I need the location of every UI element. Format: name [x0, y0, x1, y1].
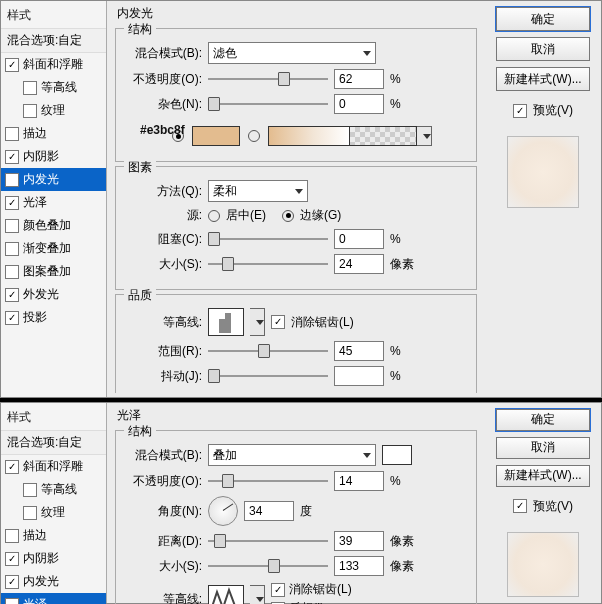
new-style-button[interactable]: 新建样式(W)...: [496, 465, 590, 487]
style-checkbox[interactable]: [23, 81, 37, 95]
color-swatch[interactable]: [192, 126, 240, 146]
style-checkbox[interactable]: [23, 104, 37, 118]
style-item-label: 描边: [23, 125, 47, 142]
blend-mode-select[interactable]: 滤色: [208, 42, 376, 64]
new-style-button[interactable]: 新建样式(W)...: [496, 67, 590, 91]
invert-label[interactable]: 反相(I): [289, 600, 324, 604]
style-item-2[interactable]: 纹理: [1, 99, 106, 122]
blend-options-item[interactable]: 混合选项:自定: [1, 430, 106, 455]
range-slider[interactable]: [208, 344, 328, 358]
style-checkbox[interactable]: ✓: [5, 288, 19, 302]
style-checkbox[interactable]: ✓: [5, 196, 19, 210]
distance-slider[interactable]: [208, 534, 328, 548]
style-checkbox[interactable]: ✓: [5, 311, 19, 325]
style-checkbox[interactable]: [5, 127, 19, 141]
cancel-button[interactable]: 取消: [496, 37, 590, 61]
style-checkbox[interactable]: [23, 506, 37, 520]
preview-label[interactable]: 预览(V): [533, 102, 573, 119]
color-swatch[interactable]: [382, 445, 412, 465]
style-item-1[interactable]: 等高线: [1, 478, 106, 501]
page-title: 光泽: [115, 405, 477, 426]
style-item-9[interactable]: 图案叠加: [1, 260, 106, 283]
size-input[interactable]: 133: [334, 556, 384, 576]
noise-slider[interactable]: [208, 97, 328, 111]
source-center-radio[interactable]: [208, 210, 220, 222]
source-edge-label[interactable]: 边缘(G): [300, 207, 341, 224]
style-checkbox[interactable]: ✓: [5, 58, 19, 72]
size-input[interactable]: 24: [334, 254, 384, 274]
style-item-10[interactable]: ✓外发光: [1, 283, 106, 306]
cancel-button[interactable]: 取消: [496, 437, 590, 459]
size-slider[interactable]: [208, 559, 328, 573]
style-item-6[interactable]: ✓光泽: [1, 593, 106, 604]
style-checkbox[interactable]: ✓: [5, 575, 19, 589]
preview-checkbox[interactable]: ✓: [513, 104, 527, 118]
opacity-input[interactable]: 14: [334, 471, 384, 491]
source-edge-radio[interactable]: [282, 210, 294, 222]
noise-input[interactable]: 0: [334, 94, 384, 114]
style-item-1[interactable]: 等高线: [1, 76, 106, 99]
range-input[interactable]: 45: [334, 341, 384, 361]
style-item-8[interactable]: 渐变叠加: [1, 237, 106, 260]
style-checkbox[interactable]: [5, 242, 19, 256]
gradient-checker[interactable]: [350, 126, 417, 146]
opacity-slider[interactable]: [208, 72, 328, 86]
anti-alias-checkbox[interactable]: ✓: [271, 315, 285, 329]
style-item-0[interactable]: ✓斜面和浮雕: [1, 455, 106, 478]
size-slider[interactable]: [208, 257, 328, 271]
technique-select[interactable]: 柔和: [208, 180, 308, 202]
distance-input[interactable]: 39: [334, 531, 384, 551]
styles-header: 样式: [1, 405, 106, 430]
anti-alias-checkbox[interactable]: ✓: [271, 583, 285, 597]
style-checkbox[interactable]: ✓: [5, 150, 19, 164]
style-item-0[interactable]: ✓斜面和浮雕: [1, 53, 106, 76]
style-checkbox[interactable]: ✓: [5, 598, 19, 605]
style-checkbox[interactable]: [23, 483, 37, 497]
choke-unit: %: [390, 232, 416, 246]
jitter-input[interactable]: [334, 366, 384, 386]
gradient-dropdown[interactable]: [417, 126, 432, 146]
opacity-input[interactable]: 62: [334, 69, 384, 89]
styles-header: 样式: [1, 3, 106, 28]
contour-dropdown[interactable]: [250, 585, 265, 604]
style-checkbox[interactable]: ✓: [5, 460, 19, 474]
style-item-11[interactable]: ✓投影: [1, 306, 106, 329]
contour-picker[interactable]: [208, 585, 244, 604]
jitter-slider[interactable]: [208, 369, 328, 383]
style-checkbox[interactable]: [5, 219, 19, 233]
chevron-down-icon: [363, 453, 371, 458]
style-item-2[interactable]: 纹理: [1, 501, 106, 524]
style-checkbox[interactable]: [5, 265, 19, 279]
style-item-4[interactable]: ✓内阴影: [1, 547, 106, 570]
chevron-down-icon: [363, 51, 371, 56]
blend-mode-select[interactable]: 叠加: [208, 444, 376, 466]
ok-button[interactable]: 确定: [496, 409, 590, 431]
gradient-swatch[interactable]: [268, 126, 350, 146]
preview-checkbox[interactable]: ✓: [513, 499, 527, 513]
ok-button[interactable]: 确定: [496, 7, 590, 31]
anti-alias-label[interactable]: 消除锯齿(L): [289, 581, 352, 598]
style-item-3[interactable]: 描边: [1, 524, 106, 547]
contour-dropdown[interactable]: [250, 308, 265, 336]
preview-label[interactable]: 预览(V): [533, 498, 573, 515]
style-item-7[interactable]: 颜色叠加: [1, 214, 106, 237]
choke-input[interactable]: 0: [334, 229, 384, 249]
anti-alias-label[interactable]: 消除锯齿(L): [291, 314, 354, 331]
angle-input[interactable]: 34: [244, 501, 294, 521]
opacity-slider[interactable]: [208, 474, 328, 488]
style-item-5[interactable]: ✓内发光: [1, 570, 106, 593]
style-item-3[interactable]: 描边: [1, 122, 106, 145]
angle-dial[interactable]: [208, 496, 238, 526]
style-checkbox[interactable]: ✓: [5, 173, 19, 187]
blend-options-item[interactable]: 混合选项:自定: [1, 28, 106, 53]
gradient-radio[interactable]: [248, 130, 260, 142]
source-center-label[interactable]: 居中(E): [226, 207, 266, 224]
style-item-6[interactable]: ✓光泽: [1, 191, 106, 214]
choke-slider[interactable]: [208, 232, 328, 246]
contour-picker[interactable]: [208, 308, 244, 336]
style-checkbox[interactable]: ✓: [5, 552, 19, 566]
style-item-5[interactable]: ✓内发光: [1, 168, 106, 191]
noise-unit: %: [390, 97, 416, 111]
style-checkbox[interactable]: [5, 529, 19, 543]
style-item-4[interactable]: ✓内阴影: [1, 145, 106, 168]
